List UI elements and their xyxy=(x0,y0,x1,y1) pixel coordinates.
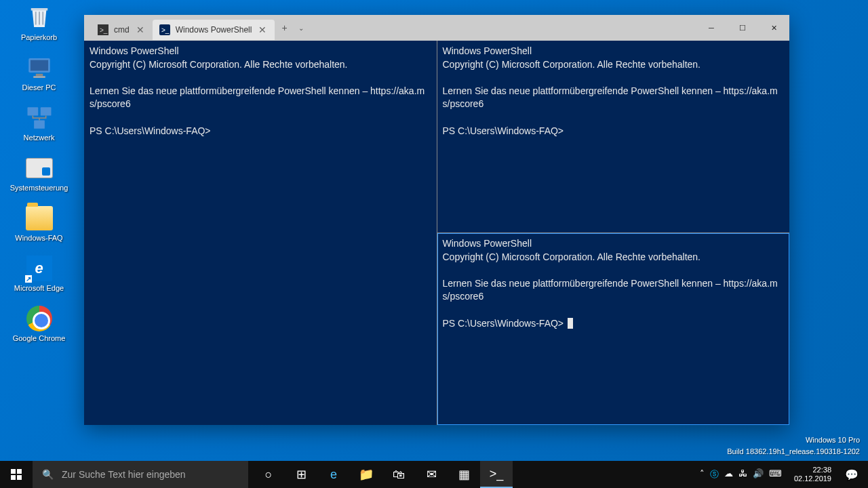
close-icon[interactable]: ✕ xyxy=(257,24,268,35)
svg-rect-11 xyxy=(11,469,16,474)
svg-text:>_: >_ xyxy=(100,26,108,34)
window-controls: ─ ☐ ✕ xyxy=(696,17,789,39)
cmd-icon: >_ xyxy=(98,24,108,35)
tray-skype-icon[interactable]: ⓢ xyxy=(710,468,719,481)
terminal-pane-bottom-right[interactable]: Windows PowerShell Copyright (C) Microso… xyxy=(437,233,790,425)
search-icon: 🔍 xyxy=(42,469,54,480)
terminal-panes: Windows PowerShell Copyright (C) Microso… xyxy=(84,41,789,425)
svg-rect-2 xyxy=(35,74,43,77)
taskbar-app-icon[interactable]: ▦ xyxy=(448,461,480,488)
desktop-icon-windows-faq[interactable]: Windows-FAQ xyxy=(10,204,68,242)
tray-icons: ˄ ⓢ ☁ 🖧 🔊 ⌨ xyxy=(694,468,787,481)
title-bar[interactable]: >_ cmd ✕ >_ Windows PowerShell ✕ + ⌄ ─ ☐… xyxy=(84,15,789,41)
search-placeholder: Zur Suche Text hier eingeben xyxy=(62,469,186,480)
svg-rect-13 xyxy=(11,475,16,480)
system-tray: ˄ ⓢ ☁ 🖧 🔊 ⌨ 22:38 02.12.2019 💬 xyxy=(694,466,868,483)
close-icon[interactable]: ✕ xyxy=(135,24,146,35)
svg-rect-3 xyxy=(33,76,45,78)
clock-date: 02.12.2019 xyxy=(794,474,831,483)
search-box[interactable]: 🔍 Zur Suche Text hier eingeben xyxy=(33,461,248,488)
tab-dropdown-button[interactable]: ⌄ xyxy=(294,19,308,37)
desktop-icon-label: Dieser PC xyxy=(22,83,56,92)
cortana-icon[interactable]: ○ xyxy=(252,461,285,488)
watermark: Windows 10 Pro Build 18362.19h1_release.… xyxy=(727,434,860,457)
desktop-icon-this-pc[interactable]: Dieser PC xyxy=(10,54,68,92)
desktop-icon-recycle-bin[interactable]: Papierkorb xyxy=(10,3,68,41)
task-view-icon[interactable]: ⊞ xyxy=(285,461,317,488)
taskbar: 🔍 Zur Suche Text hier eingeben ○ ⊞ e 📁 🛍… xyxy=(0,461,868,488)
minimize-button[interactable]: ─ xyxy=(696,17,727,39)
taskbar-store-icon[interactable]: 🛍 xyxy=(382,461,415,488)
desktop-icon-label: Systemsteuerung xyxy=(10,184,68,192)
svg-rect-12 xyxy=(17,469,22,474)
desktop-icon-chrome[interactable]: Google Chrome xyxy=(10,304,68,342)
desktop-icon-network[interactable]: Netzwerk xyxy=(10,104,68,142)
maximize-button[interactable]: ☐ xyxy=(727,17,758,39)
tray-chevron-icon[interactable]: ˄ xyxy=(700,468,705,481)
taskbar-edge-icon[interactable]: e xyxy=(317,461,350,488)
svg-text:>_: >_ xyxy=(161,26,170,34)
tab-cmd[interactable]: >_ cmd ✕ xyxy=(91,20,153,40)
desktop-icon-label: Windows-FAQ xyxy=(15,234,62,242)
tab-label: cmd xyxy=(114,25,130,35)
cursor xyxy=(568,318,573,329)
clock[interactable]: 22:38 02.12.2019 xyxy=(787,466,838,483)
clock-time: 22:38 xyxy=(794,466,831,474)
svg-rect-1 xyxy=(30,60,47,71)
desktop-icon-label: Netzwerk xyxy=(24,134,55,142)
svg-rect-14 xyxy=(17,475,22,480)
watermark-build: Build 18362.19h1_release.190318-1202 xyxy=(727,446,860,458)
terminal-window: >_ cmd ✕ >_ Windows PowerShell ✕ + ⌄ ─ ☐… xyxy=(84,15,789,425)
watermark-edition: Windows 10 Pro xyxy=(727,434,860,446)
desktop-icon-label: Papierkorb xyxy=(21,33,57,41)
desktop-icon-control-panel[interactable]: Systemsteuerung xyxy=(10,154,68,192)
svg-rect-4 xyxy=(27,107,38,115)
taskbar-mail-icon[interactable]: ✉ xyxy=(415,461,448,488)
desktop-icon-label: Microsoft Edge xyxy=(14,284,64,292)
new-tab-button[interactable]: + xyxy=(275,17,294,39)
desktop-icons: Papierkorb Dieser PC Netzwerk Systemsteu… xyxy=(10,3,68,342)
tab-strip: >_ cmd ✕ >_ Windows PowerShell ✕ + ⌄ xyxy=(84,16,308,40)
tray-network-icon[interactable]: 🖧 xyxy=(738,468,747,481)
terminal-pane-top-right[interactable]: Windows PowerShell Copyright (C) Microso… xyxy=(437,41,790,232)
tray-language-icon[interactable]: ⌨ xyxy=(769,468,782,481)
start-button[interactable] xyxy=(0,461,33,488)
tab-label: Windows PowerShell xyxy=(176,25,252,35)
taskbar-explorer-icon[interactable]: 📁 xyxy=(350,461,382,488)
tray-onedrive-icon[interactable]: ☁ xyxy=(724,468,733,481)
svg-rect-5 xyxy=(40,107,51,115)
tray-volume-icon[interactable]: 🔊 xyxy=(753,468,764,481)
tab-powershell[interactable]: >_ Windows PowerShell ✕ xyxy=(153,20,275,40)
taskbar-terminal-icon[interactable]: >_ xyxy=(480,461,513,488)
svg-rect-6 xyxy=(34,121,45,129)
powershell-icon: >_ xyxy=(159,24,170,35)
close-button[interactable]: ✕ xyxy=(758,17,789,39)
terminal-pane-left[interactable]: Windows PowerShell Copyright (C) Microso… xyxy=(84,41,437,425)
desktop-icon-label: Google Chrome xyxy=(13,334,66,342)
desktop-icon-edge[interactable]: e Microsoft Edge xyxy=(10,254,68,292)
task-icons: ○ ⊞ e 📁 🛍 ✉ ▦ >_ xyxy=(252,461,513,488)
notification-center-icon[interactable]: 💬 xyxy=(838,468,865,481)
